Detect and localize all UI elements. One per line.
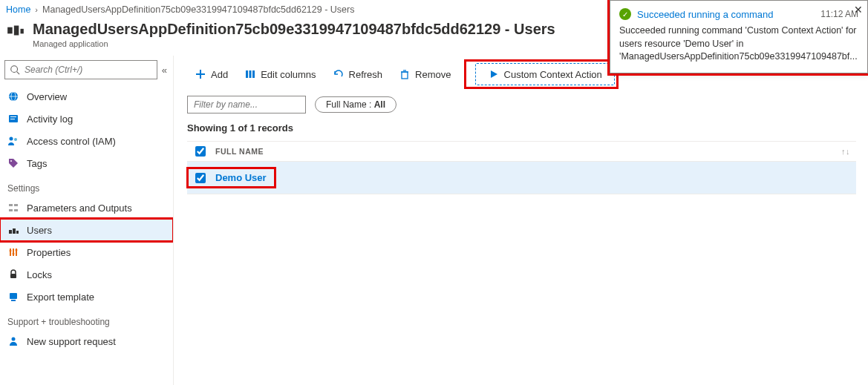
svg-rect-35 [252,70,255,78]
sidebar-item-label: Overview [27,91,67,102]
custom-action-highlight: Custom Context Action [466,62,616,87]
toolbar-label: Remove [415,69,451,80]
sidebar-item-label: Tags [27,158,47,169]
sidebar-item-overview[interactable]: Overview [0,85,173,108]
sidebar-item-access-control[interactable]: Access control (IAM) [0,130,173,152]
page-title: ManagedUsersAppDefinition75cb09e33199471… [33,21,555,38]
svg-rect-15 [14,204,18,206]
svg-rect-36 [402,72,408,79]
toast-title[interactable]: Succeeded running a command [637,9,815,20]
svg-rect-18 [9,230,12,234]
svg-rect-34 [249,70,252,78]
sidebar-item-tags[interactable]: Tags [0,152,173,174]
svg-point-3 [11,66,18,73]
sidebar: « Overview Activity log Access control (… [0,56,174,385]
remove-button[interactable]: Remove [391,65,458,83]
refresh-icon [333,68,345,80]
sidebar-item-users[interactable]: Users [0,219,173,241]
filter-row: Full Name : All [174,93,868,121]
toolbar-label: Edit columns [261,69,316,80]
users-table: FULL NAME ↑↓ Demo User [174,141,868,194]
svg-rect-20 [16,231,19,234]
sidebar-item-label: Parameters and Outputs [27,203,132,214]
parameters-icon [7,202,19,214]
breadcrumb-home[interactable]: Home [6,4,30,15]
column-header-full-name[interactable]: FULL NAME [211,147,264,156]
sidebar-item-activity-log[interactable]: Activity log [0,108,173,130]
lock-icon [7,269,19,280]
sidebar-item-label: New support request [27,336,116,347]
resource-icon [6,21,25,42]
page-subtitle: Managed application [33,39,555,48]
sidebar-item-label: Users [27,225,52,236]
toolbar-label: Refresh [349,69,383,80]
svg-rect-14 [9,204,13,206]
sidebar-item-parameters[interactable]: Parameters and Outputs [0,197,173,219]
svg-rect-27 [10,274,16,278]
toast-body: Succeeded running command 'Custom Contex… [619,24,858,64]
pill-label: Full Name : [326,99,374,110]
sidebar-item-label: Locks [27,269,52,280]
custom-context-action-button[interactable]: Custom Context Action [475,63,615,85]
svg-rect-0 [7,27,13,34]
toolbar-label: Add [211,69,228,80]
record-count: Showing 1 of 1 records [174,121,868,141]
svg-point-30 [12,338,16,341]
svg-rect-28 [10,293,17,299]
sidebar-item-properties[interactable]: Properties [0,241,173,263]
sidebar-item-label: Properties [27,247,71,258]
access-control-icon [7,135,19,147]
svg-rect-19 [13,228,16,234]
sidebar-item-label: Activity log [27,113,73,125]
plus-icon [195,68,206,80]
support-icon [7,335,19,347]
svg-line-4 [17,72,20,75]
row-highlight: Demo User [189,169,274,186]
svg-point-24 [10,250,12,252]
refresh-button[interactable]: Refresh [325,65,391,83]
toolbar-label: Custom Context Action [504,69,602,80]
svg-point-13 [10,160,12,162]
row-name[interactable]: Demo User [211,172,267,183]
collapse-sidebar-icon[interactable]: « [160,65,169,76]
toast-time: 11:12 AM [820,9,858,19]
search-input[interactable] [25,65,152,75]
sidebar-item-locks[interactable]: Locks [0,263,173,286]
svg-rect-10 [10,119,15,119]
close-icon[interactable]: ✕ [854,4,863,16]
svg-point-12 [14,138,17,141]
sidebar-item-label: Export template [27,292,94,303]
columns-icon [244,68,256,80]
filter-by-name-input[interactable] [187,96,306,113]
full-name-filter-pill[interactable]: Full Name : All [315,96,397,113]
add-button[interactable]: Add [187,65,235,83]
row-checkbox[interactable] [195,173,206,183]
sidebar-item-export-template[interactable]: Export template [0,286,173,308]
activity-log-icon [7,113,19,125]
search-box[interactable] [4,60,157,79]
svg-rect-2 [21,29,24,34]
select-all-checkbox[interactable] [195,146,206,157]
edit-columns-button[interactable]: Edit columns [237,65,323,83]
sidebar-group-support: Support + troubleshooting [0,308,173,330]
table-row[interactable]: Demo User [187,162,856,194]
breadcrumb-current: ManagedUsersAppDefinition75cb09e33199471… [42,4,354,15]
properties-icon [7,246,19,258]
svg-rect-1 [14,26,19,36]
chevron-right-icon: › [35,5,38,14]
svg-rect-9 [10,116,16,117]
svg-rect-33 [246,70,248,78]
svg-point-26 [16,249,18,251]
sidebar-group-settings: Settings [0,174,173,197]
main-content: Add Edit columns Refresh Remove Custom C… [174,56,868,385]
sidebar-item-label: Access control (IAM) [27,136,116,147]
svg-rect-16 [9,209,13,211]
success-check-icon: ✓ [619,8,631,20]
svg-rect-17 [14,209,18,211]
globe-icon [7,91,19,102]
tags-icon [7,157,19,169]
trash-icon [399,68,411,80]
sort-icon[interactable]: ↑↓ [841,147,853,156]
sidebar-item-new-support-request[interactable]: New support request [0,330,173,352]
search-icon [10,65,20,75]
